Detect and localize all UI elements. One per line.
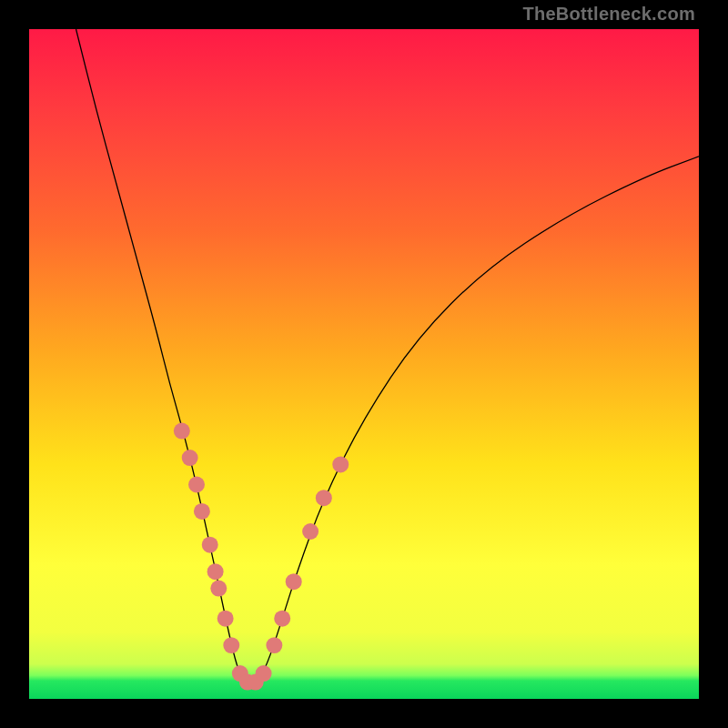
curve-dot [286,573,302,590]
curve-dot [223,637,239,653]
curve-dot [202,537,218,553]
curve-dot [210,581,227,597]
curve-dot [256,665,272,682]
curve-dot [316,490,332,506]
curve-dot [332,456,349,472]
curve-dot [182,450,198,466]
bottleneck-curve [76,29,699,683]
curve-dot [207,563,224,580]
curve-dot [266,637,282,653]
curve-dot [194,503,210,520]
curve-dot [274,611,290,627]
curve-dot [217,611,234,627]
chart-frame: TheBottleneck.com [0,0,728,728]
curve-markers [174,423,349,691]
curve-dot [174,423,190,440]
curve-dot [188,477,205,493]
chart-overlay [29,29,699,699]
watermark-text: TheBottleneck.com [522,4,695,25]
curve-dot [302,523,318,540]
